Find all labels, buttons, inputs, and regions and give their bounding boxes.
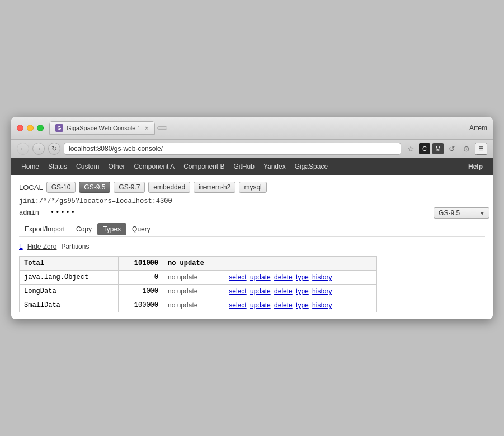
table-row: LongData 1000 no update select update de… [20,285,377,298]
tab-export-import[interactable]: Export/Import [19,223,70,235]
nav-custom[interactable]: Custom [73,162,102,172]
bookmark-icon[interactable]: ☆ [404,143,417,155]
credentials-row: admin ••••• GS-9.5 GS-9.7 GS-10 ▼ [19,207,485,219]
address-icons: ☆ C M ↺ ⊙ ≡ [404,143,487,155]
nav-home[interactable]: Home [18,162,43,172]
row-status-1: no update [163,285,224,298]
row-count-0: 0 [118,271,163,285]
partitions-label: Partitions [61,243,89,250]
address-input[interactable] [64,143,401,155]
tab-copy[interactable]: Copy [70,223,97,235]
action-select-0[interactable]: select [229,273,246,281]
browser-menu-icon[interactable]: ≡ [475,143,487,155]
username-field: admin [19,209,39,217]
action-history-2[interactable]: history [312,301,332,309]
tab-close-icon[interactable]: ✕ [144,125,149,131]
env-row: LOCAL GS-10 GS-9.5 GS-9.7 embedded in-me… [19,182,485,193]
jini-url: jini:/*/*/gs95?locators=localhost:4300 [19,197,172,205]
col-count-header: 101000 [118,257,163,271]
table-header-row: Total 101000 no update [20,257,377,271]
gs-version-select[interactable]: GS-9.5 GS-9.7 GS-10 [434,207,489,219]
reload-icon[interactable]: ↺ [446,143,458,155]
nav-help[interactable]: Help [465,162,486,172]
row-name-1: LongData [20,285,119,298]
tab-query[interactable]: Query [126,223,156,235]
row-status-2: no update [163,298,224,312]
action-select-2[interactable]: select [229,301,246,309]
row-actions-1: select update delete type history [224,285,377,298]
tab-bar: G GigaSpace Web Console 1 ✕ [49,121,487,135]
action-type-0[interactable]: type [296,273,309,281]
row-name-0: java.lang.Object [20,271,119,285]
action-tabs: Export/Import Copy Types Query [19,223,485,237]
action-update-0[interactable]: update [250,273,271,281]
action-history-0[interactable]: history [312,273,332,281]
row-count-1: 1000 [118,285,163,298]
action-delete-2[interactable]: delete [274,301,293,309]
row-name-2: SmallData [20,298,119,312]
action-select-1[interactable]: select [229,287,246,295]
action-type-1[interactable]: type [296,287,309,295]
env-embedded[interactable]: embedded [148,182,190,193]
col-name-header: Total [20,257,119,271]
nav-other[interactable]: Other [105,162,128,172]
extension-icon-2[interactable]: M [432,143,444,154]
new-tab-button[interactable] [157,126,167,130]
extension-icon-1[interactable]: C [419,143,430,154]
password-field: ••••• [50,209,76,217]
row-actions-2: select update delete type history [224,298,377,312]
table-row: java.lang.Object 0 no update select upda… [20,271,377,285]
env-inmemh2[interactable]: in-mem-h2 [194,182,235,193]
action-delete-0[interactable]: delete [274,273,293,281]
nav-github[interactable]: GitHub [230,162,258,172]
action-delete-1[interactable]: delete [274,287,293,295]
env-gs95[interactable]: GS-9.5 [79,182,110,193]
tab-title: GigaSpace Web Console 1 [67,125,141,131]
env-mysql[interactable]: mysql [239,182,266,193]
row-actions-0: select update delete type history [224,271,377,285]
content-area: LOCAL GS-10 GS-9.5 GS-9.7 embedded in-me… [11,175,493,319]
browser-window: G GigaSpace Web Console 1 ✕ Artem ← → ↻ … [11,117,493,319]
nav-yandex[interactable]: Yandex [260,162,289,172]
forward-button[interactable]: → [32,143,45,155]
nav-menu: Home Status Custom Other Component A Com… [11,158,493,175]
nav-component-b[interactable]: Component B [180,162,228,172]
action-update-1[interactable]: update [250,287,271,295]
filter-l-link[interactable]: L [19,243,23,250]
back-button[interactable]: ← [17,143,29,155]
env-gs10[interactable]: GS-10 [46,182,76,193]
gs-version-selector-wrapper: GS-9.5 GS-9.7 GS-10 ▼ [434,207,485,219]
nav-component-a[interactable]: Component A [130,162,178,172]
minimize-button[interactable] [27,125,34,131]
row-count-2: 100000 [118,298,163,312]
tab-types[interactable]: Types [97,223,126,235]
row-status-0: no update [163,271,224,285]
hide-zero-button[interactable]: Hide Zero [27,243,57,250]
title-bar: G GigaSpace Web Console 1 ✕ Artem [11,117,493,140]
env-local-label: LOCAL [19,183,43,192]
address-bar-row: ← → ↻ ☆ C M ↺ ⊙ ≡ [11,140,493,158]
action-update-2[interactable]: update [250,301,271,309]
data-table: Total 101000 no update java.lang.Object … [19,256,377,312]
action-history-1[interactable]: history [312,287,332,295]
nav-links: Home Status Custom Other Component A Com… [18,162,331,172]
filter-row: L Hide Zero Partitions [19,243,485,250]
update-icon[interactable]: ⊙ [460,143,473,155]
tab-favicon: G [55,124,63,132]
action-type-2[interactable]: type [296,301,309,309]
nav-status[interactable]: Status [45,162,70,172]
env-gs97[interactable]: GS-9.7 [114,182,145,193]
col-actions-header [224,257,377,271]
jini-connection: jini:/*/*/gs95?locators=localhost:4300 [19,197,485,205]
user-badge: Artem [469,124,487,132]
col-status-header: no update [163,257,224,271]
browser-tab[interactable]: G GigaSpace Web Console 1 ✕ [49,121,155,135]
table-row: SmallData 100000 no update select update… [20,298,377,312]
close-button[interactable] [17,125,23,131]
nav-gigaspace[interactable]: GigaSpace [291,162,331,172]
refresh-button[interactable]: ↻ [48,143,60,155]
maximize-button[interactable] [37,125,44,131]
traffic-lights [17,125,44,131]
